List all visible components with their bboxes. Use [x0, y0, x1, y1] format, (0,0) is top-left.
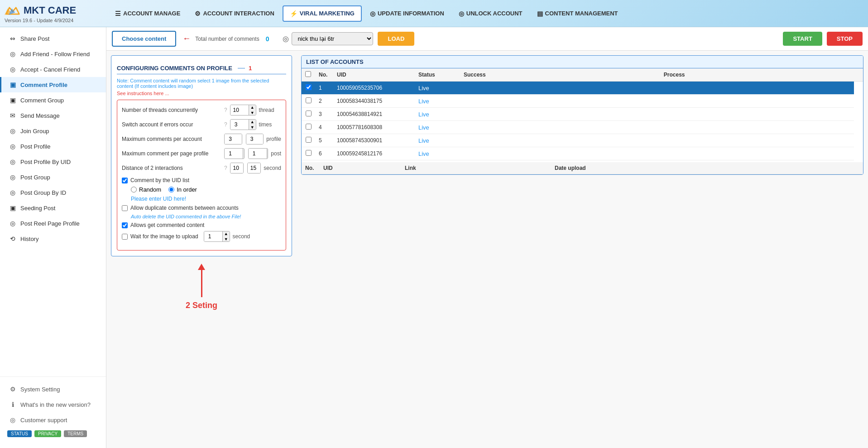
stop-button[interactable]: STOP [827, 32, 863, 46]
allow-duplicate-checkbox[interactable] [122, 205, 128, 211]
max-comments-value2[interactable] [246, 134, 264, 144]
wait-image-input[interactable]: ▲ ▼ [204, 231, 230, 242]
tab-viral-marketing[interactable]: ⚡ VIRAL MARKETING [283, 5, 362, 22]
sidebar-item-post-profile[interactable]: ◎ Post Profile [0, 139, 106, 154]
table-row[interactable]: 3 10005463881492​1 Live [302, 108, 863, 121]
tab-account-manage[interactable]: ☰ ACCOUNT MANAGE [109, 6, 187, 21]
sidebar-item-whats-new[interactable]: ℹ What's in the new version? [0, 397, 106, 412]
switch-value[interactable] [230, 120, 249, 130]
uid-link[interactable]: Please enter UID here! [131, 196, 281, 202]
choose-content-button[interactable]: Choose content [112, 31, 176, 47]
update-info-icon: ◎ [370, 10, 375, 17]
max-comments-input1[interactable]: ▲ ▼ [224, 134, 242, 145]
sidebar-item-comment-group[interactable]: ▣ Comment Group [0, 92, 106, 108]
start-button[interactable]: START [783, 32, 822, 46]
wait-image-spin-up[interactable]: ▲ [222, 231, 230, 236]
sidebar-item-customer-support[interactable]: ◎ Customer support [0, 412, 106, 428]
switch-spin-down[interactable]: ▼ [249, 125, 256, 130]
terms-badge[interactable]: TERMS [64, 430, 87, 437]
max-page-spin-down2[interactable]: ▼ [267, 154, 269, 159]
max-page-value2[interactable] [249, 149, 267, 159]
wait-image-spin-down[interactable]: ▼ [222, 236, 230, 242]
sidebar-item-send-message[interactable]: ✉ Send Message [0, 108, 106, 123]
wait-image-label: Wait for the image to upload [130, 233, 198, 240]
privacy-badge[interactable]: PRIVACY [34, 430, 61, 437]
switch-help-icon[interactable]: ? [224, 121, 227, 128]
threads-help-icon[interactable]: ? [224, 107, 227, 113]
comment-uid-checkbox[interactable] [122, 178, 128, 183]
table-row[interactable]: 5 10005874530090​1 Live [302, 134, 863, 147]
tab-content-management[interactable]: ▤ CONTENT MANAGEMENT [531, 6, 624, 21]
status-badge[interactable]: STATUS [7, 430, 32, 437]
sidebar-item-seeding-post[interactable]: ▣ Seeding Post [0, 200, 106, 216]
table-row[interactable]: 6 10005924581217​6 Live [302, 147, 863, 160]
max-page-spin-down1[interactable]: ▼ [243, 154, 245, 159]
row-checkbox[interactable] [306, 111, 312, 116]
threads-input[interactable]: ▲ ▼ [230, 105, 256, 116]
threads-spin-down[interactable]: ▼ [249, 110, 256, 116]
distance-input2[interactable]: ▲ ▼ [247, 163, 261, 173]
sidebar-item-post-profile-uid[interactable]: ◎ Post Profile By UID [0, 154, 106, 169]
sidebar-item-customer-support-label: Customer support [20, 417, 67, 424]
radio-in-order[interactable]: In order [168, 186, 197, 193]
row-checkbox[interactable] [306, 84, 312, 90]
main-layout: ⇔ Share Post ◎ Add Friend - Follow Frien… [0, 27, 868, 448]
max-page-unit: post [271, 150, 281, 157]
sidebar-item-system-setting[interactable]: ⚙ System Setting [0, 381, 106, 397]
sidebar-item-post-group-id[interactable]: ◎ Post Group By ID [0, 185, 106, 200]
sidebar-item-accept-cancel[interactable]: ◎ Accept - Cancel Friend [0, 62, 106, 77]
row-success-cell [460, 108, 660, 121]
switch-spin-up[interactable]: ▲ [249, 119, 256, 125]
wait-image-value[interactable] [204, 231, 222, 241]
max-page-spin-up2[interactable]: ▲ [267, 148, 269, 154]
row-checkbox[interactable] [306, 97, 312, 103]
config-row-distance: Distance of 2 interactions ? ▲ ▼ [122, 163, 281, 173]
max-comments-value1[interactable] [225, 134, 242, 144]
row-no-cell: 1 [315, 82, 333, 95]
max-comments-input2[interactable]: ▲ ▼ [246, 134, 264, 145]
tab-unlock-account[interactable]: ◎ UNLOCK ACCOUNT [452, 6, 529, 21]
instructions-link[interactable]: See instructions here ... [117, 91, 286, 96]
max-page-input2[interactable]: ▲ ▼ [248, 148, 269, 159]
unlock-icon: ◎ [459, 10, 464, 17]
allow-duplicate-row: Allow duplicate comments between account… [122, 205, 281, 211]
row-process-cell [660, 95, 854, 108]
max-page-spin-up1[interactable]: ▲ [243, 148, 245, 154]
select-all-checkbox[interactable] [305, 71, 311, 77]
threads-value[interactable] [230, 105, 249, 115]
distance-input1[interactable]: ▲ ▼ [230, 163, 244, 173]
radio-in-order-input[interactable] [168, 187, 174, 193]
load-button[interactable]: LOAD [378, 32, 414, 46]
distance-value2[interactable] [248, 163, 261, 173]
threads-spin-up[interactable]: ▲ [249, 105, 256, 110]
radio-random-input[interactable] [131, 187, 137, 193]
wait-image-checkbox[interactable] [122, 234, 128, 240]
sidebar-item-add-friend[interactable]: ◎ Add Friend - Follow Friend [0, 46, 106, 62]
status-badge: Live [418, 98, 429, 105]
tab-update-information[interactable]: ◎ UPDATE INFORMATION [364, 6, 451, 21]
lower-no-header: No. [302, 162, 320, 174]
table-row[interactable]: 2 10005834403817​5 Live [302, 95, 863, 108]
nick-select[interactable]: nick thu lại 6tr [292, 32, 373, 45]
distance-help-icon[interactable]: ? [224, 165, 227, 171]
row-checkbox[interactable] [306, 150, 312, 156]
sidebar-item-join-group[interactable]: ◎ Join Group [0, 123, 106, 139]
radio-row: Random In order [131, 186, 281, 193]
row-no-cell: 3 [315, 108, 333, 121]
sidebar-item-post-group[interactable]: ◎ Post Group [0, 169, 106, 185]
table-row[interactable]: 1 10005905523570​6 Live [302, 82, 863, 95]
row-checkbox[interactable] [306, 124, 312, 130]
radio-random[interactable]: Random [131, 186, 161, 193]
max-page-input1[interactable]: ▲ ▼ [224, 148, 245, 159]
switch-input[interactable]: ▲ ▼ [230, 119, 256, 130]
distance-value1[interactable] [230, 163, 244, 173]
allows-get-checkbox[interactable] [122, 222, 128, 228]
sidebar-item-comment-profile[interactable]: ▣ Comment Profile [0, 77, 106, 92]
row-checkbox[interactable] [306, 137, 312, 143]
sidebar-item-post-reel[interactable]: ◎ Post Reel Page Profile [0, 216, 106, 231]
tab-account-interaction[interactable]: ⚙ ACCOUNT INTERACTION [188, 6, 280, 21]
sidebar-item-share-post[interactable]: ⇔ Share Post [0, 31, 106, 46]
max-page-value1[interactable] [225, 149, 243, 159]
table-row[interactable]: 4 10005778160830​8 Live [302, 121, 863, 134]
sidebar-item-history[interactable]: ⟲ History [0, 231, 106, 246]
